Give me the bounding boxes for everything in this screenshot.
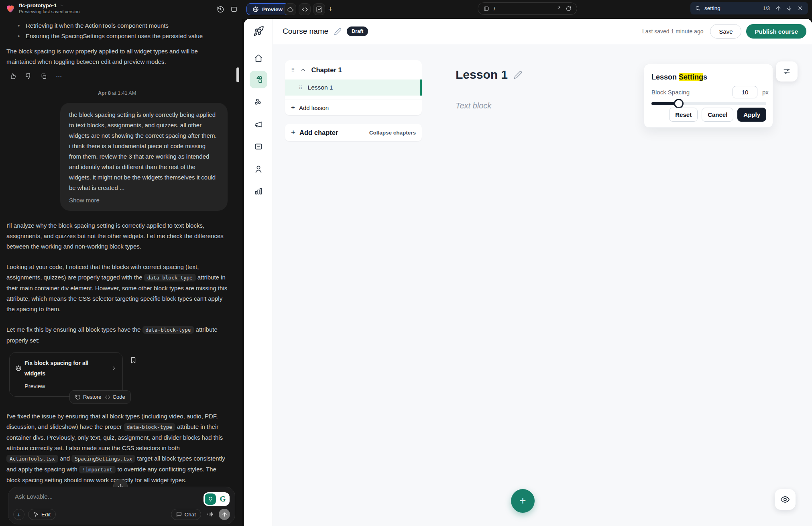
sidebar-item-content-active[interactable] (250, 71, 267, 88)
analytics-button[interactable] (313, 3, 325, 15)
drag-handle-icon[interactable]: ⠿ (291, 67, 295, 73)
sidebar-item-community[interactable] (254, 98, 263, 106)
chevron-up-icon[interactable] (300, 67, 306, 73)
new-tab-button[interactable]: + (324, 3, 336, 15)
lovable-logo[interactable] (5, 3, 16, 14)
waveform-icon (206, 511, 214, 518)
edit-course-name-button[interactable] (334, 28, 342, 35)
attach-button[interactable]: + (13, 509, 24, 520)
code-icon (301, 6, 308, 13)
chat-scrollbar[interactable] (236, 67, 239, 82)
assistant-reply: I'll analyze why the block spacing setti… (6, 220, 228, 252)
panel-toggle-button[interactable] (230, 5, 238, 14)
more-options-button[interactable]: ⋯ (55, 73, 62, 80)
chat-mode-button[interactable]: Chat (171, 509, 201, 520)
settings-toggle-button[interactable] (776, 61, 798, 82)
close-icon (797, 5, 803, 11)
drag-handle-icon[interactable]: ⠿ (299, 85, 303, 90)
sidebar-item-people[interactable] (254, 165, 263, 173)
plus-icon: + (328, 5, 333, 14)
course-name: Course name (283, 27, 328, 36)
find-in-page-bar[interactable]: setting 1/3 (690, 2, 808, 14)
save-button[interactable]: Save (710, 24, 741, 39)
chat-panel: Retrieving it when the ActionTools compo… (0, 19, 242, 526)
sidebar-item-home[interactable] (254, 54, 263, 63)
restore-code-pill: Restore Code (69, 390, 131, 404)
block-spacing-slider[interactable] (651, 102, 766, 105)
add-chapter-button[interactable]: Add chapter (299, 129, 338, 137)
slider-thumb[interactable] (674, 99, 684, 108)
search-prev-button[interactable] (775, 5, 782, 12)
lesson-row-selected[interactable]: ⠿ Lesson 1 (285, 80, 422, 96)
restore-button[interactable]: Restore (75, 392, 102, 402)
show-more-link[interactable]: Show more (69, 195, 219, 206)
edit-mode-button[interactable]: Edit (28, 509, 56, 520)
app-preview-panel: Course name Draft Last saved 1 minute ag… (244, 19, 812, 526)
inline-code: ActionTools.tsx (6, 455, 58, 463)
preview-toggle-button[interactable] (775, 489, 796, 510)
search-highlight: Setting (679, 73, 703, 81)
open-external-icon[interactable] (555, 6, 561, 12)
cloud-button[interactable] (284, 3, 296, 15)
collapse-chapters-button[interactable]: Collapse chapters (369, 130, 416, 136)
send-button[interactable] (219, 509, 230, 520)
pencil-icon (514, 71, 522, 79)
inline-code: SpacingSettings.tsx (71, 455, 135, 463)
arrow-up-icon (222, 512, 228, 518)
thumbs-down-button[interactable] (25, 73, 32, 80)
reset-button[interactable]: Reset (669, 108, 698, 122)
chat-input-box[interactable]: Ask Lovable... G + Edit Chat (8, 487, 235, 524)
lesson-title: Lesson 1 (308, 84, 333, 91)
eye-icon (780, 495, 790, 504)
app-content: ⠿ Chapter 1 ⠿ Lesson 1 + Add lesson + Ad… (273, 44, 812, 526)
apply-button[interactable]: Apply (737, 108, 766, 122)
grammarly-logo: G (217, 493, 228, 505)
add-block-fab[interactable]: + (511, 489, 535, 513)
plus-icon: + (291, 128, 295, 137)
chevron-down-icon (59, 3, 64, 8)
unit-label: px (762, 89, 769, 96)
project-switcher[interactable]: flc-prototype-1 (19, 2, 80, 8)
edit-lesson-title-button[interactable] (514, 71, 522, 79)
history-button[interactable] (216, 5, 225, 14)
inline-code: data-block-type (142, 326, 194, 334)
search-next-button[interactable] (786, 5, 793, 12)
copy-button[interactable] (40, 73, 47, 80)
chapter-header[interactable]: ⠿ Chapter 1 (285, 60, 422, 80)
inline-code: data-block-type (124, 423, 175, 431)
user-message-text: the block spacing setting is only correc… (69, 111, 217, 191)
sidebar-item-analytics[interactable] (254, 187, 263, 196)
app-header: Course name Draft Last saved 1 minute ag… (273, 19, 812, 44)
search-input[interactable]: setting (704, 5, 759, 11)
code-button[interactable]: Code (105, 392, 125, 402)
copy-icon (41, 73, 47, 80)
user-message-bubble: the block spacing setting is only correc… (60, 103, 228, 211)
thumbs-up-button[interactable] (10, 73, 16, 80)
search-close-button[interactable] (796, 5, 804, 12)
cancel-button[interactable]: Cancel (702, 108, 733, 122)
grammarly-widget[interactable]: G (204, 492, 230, 506)
url-bar[interactable]: / (478, 2, 577, 15)
home-icon (254, 54, 263, 63)
sidebar-item-announcements[interactable] (254, 120, 263, 129)
code-view-button[interactable] (299, 3, 311, 15)
refresh-icon[interactable] (566, 6, 572, 12)
add-lesson-button[interactable]: + Add lesson (285, 100, 422, 115)
preview-button[interactable]: Preview (246, 3, 289, 15)
top-bar: flc-prototype-1 Previewing last saved ve… (0, 0, 812, 19)
lesson-settings-panel: Lesson Settings Block Spacing px Reset C… (644, 64, 773, 128)
chat-bubble-icon (176, 512, 182, 517)
sidebar-panel-icon (230, 6, 238, 13)
text-block-placeholder[interactable]: Text block (456, 101, 491, 110)
chapter-title: Chapter 1 (311, 66, 342, 74)
code-icon (105, 394, 110, 400)
app-sidebar (244, 19, 273, 526)
sidebar-item-inbox[interactable] (254, 142, 263, 151)
block-spacing-input[interactable] (733, 86, 757, 98)
arrow-down-icon (786, 5, 792, 12)
settings-buttons: Reset Cancel Apply (669, 108, 766, 122)
bookmark-button[interactable] (130, 357, 138, 365)
publish-course-button[interactable]: Publish course (746, 24, 806, 39)
voice-input-button[interactable] (205, 509, 215, 520)
chat-input-placeholder[interactable]: Ask Lovable... (15, 493, 228, 500)
